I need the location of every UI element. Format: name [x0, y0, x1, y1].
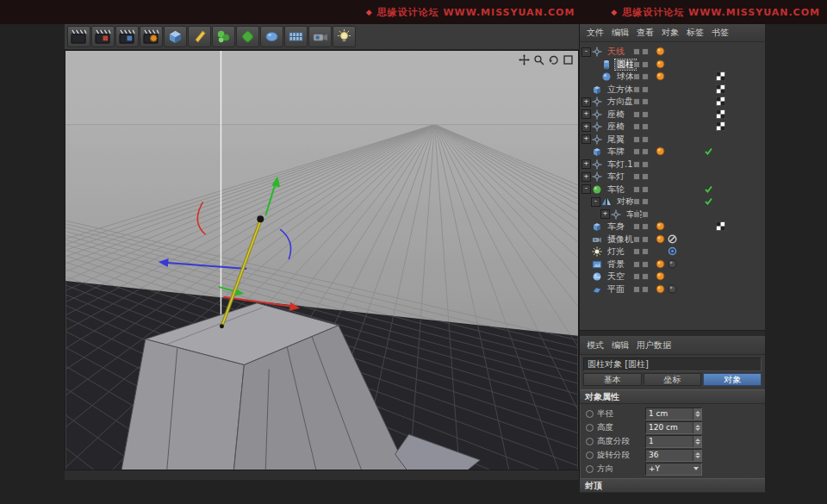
object-tree-empty-area[interactable]	[580, 299, 765, 330]
attribute-tab-2[interactable]: 对象	[703, 373, 762, 386]
keyframe-dot[interactable]	[586, 451, 594, 459]
object-label[interactable]: 平面	[606, 284, 626, 295]
checker-tag[interactable]	[716, 109, 725, 119]
pan-icon[interactable]	[518, 53, 530, 65]
object-label[interactable]: 立方体	[606, 84, 635, 95]
texture-tag[interactable]	[656, 72, 665, 81]
render-region-clapper-icon[interactable]	[115, 26, 139, 47]
visibility-dot[interactable]	[642, 86, 649, 93]
visibility-dot[interactable]	[642, 223, 649, 230]
checker-tag[interactable]	[716, 84, 725, 94]
visibility-dot[interactable]	[633, 161, 640, 168]
object-label[interactable]: 车灯.1	[606, 159, 635, 170]
visibility-dot[interactable]	[633, 48, 640, 55]
visibility-dot[interactable]	[642, 73, 649, 80]
visibility-dot[interactable]	[642, 248, 649, 255]
tree-row[interactable]: +座椅	[580, 121, 765, 134]
stepper-down-icon[interactable]	[695, 442, 700, 445]
environment-stone-icon[interactable]	[260, 26, 283, 47]
expander-minus[interactable]: -	[581, 47, 591, 57]
expander-plus[interactable]: +	[581, 159, 591, 169]
stepper-up-icon[interactable]	[695, 452, 700, 455]
object-label[interactable]: 方向盘	[606, 96, 635, 107]
check-tag[interactable]	[704, 184, 713, 194]
scene-light-icon[interactable]	[333, 26, 356, 47]
forbid-tag[interactable]	[668, 234, 677, 244]
tree-row[interactable]: +方向盘	[580, 96, 765, 109]
viewport-canvas[interactable]	[65, 51, 578, 470]
visibility-dot[interactable]	[642, 273, 649, 280]
om-menu-item-3[interactable]: 对象	[662, 27, 679, 39]
texture-tag[interactable]	[656, 284, 665, 294]
expander-plus[interactable]: +	[581, 97, 591, 107]
expander-plus[interactable]: +	[581, 134, 591, 144]
am-menu-item-0[interactable]: 模式	[587, 339, 604, 352]
section-caps[interactable]: 封顶	[580, 478, 765, 493]
scene-camera-icon[interactable]	[308, 26, 332, 47]
visibility-dot[interactable]	[633, 173, 640, 180]
sphere-dark-tag[interactable]	[668, 284, 677, 294]
checker-tag[interactable]	[716, 96, 725, 106]
om-menu-item-5[interactable]: 书签	[712, 27, 729, 39]
visibility-dot[interactable]	[642, 236, 649, 243]
visibility-dot[interactable]	[642, 286, 649, 293]
render-settings-clapper-icon[interactable]	[140, 26, 163, 47]
texture-tag[interactable]	[656, 47, 665, 56]
render-view-clapper-icon[interactable]	[67, 26, 90, 47]
tree-row[interactable]: -车轮	[580, 184, 765, 196]
texture-tag[interactable]	[656, 146, 665, 156]
generators-green-icon[interactable]	[212, 26, 235, 47]
stepper-down-icon[interactable]	[695, 456, 700, 458]
visibility-dot[interactable]	[642, 186, 649, 193]
texture-tag[interactable]	[656, 221, 665, 231]
keyframe-dot[interactable]	[586, 438, 594, 445]
expander-plus[interactable]: +	[581, 122, 591, 132]
am-menu-item-1[interactable]: 编辑	[612, 339, 629, 352]
stepper[interactable]	[693, 408, 701, 420]
number-input[interactable]: 1 cm	[645, 408, 702, 420]
visibility-dot[interactable]	[642, 136, 649, 143]
stepper-up-icon[interactable]	[695, 411, 700, 414]
visibility-dot[interactable]	[642, 148, 649, 155]
visibility-dot[interactable]	[633, 111, 640, 118]
om-menu-item-1[interactable]: 编辑	[612, 27, 629, 39]
visibility-dot[interactable]	[642, 261, 649, 268]
object-label[interactable]: 天空	[606, 271, 626, 282]
object-label[interactable]: 灯光	[606, 246, 626, 257]
zoom-icon[interactable]	[532, 53, 544, 65]
object-label[interactable]: 车牌	[606, 146, 626, 157]
tree-row[interactable]: 灯光	[580, 246, 765, 258]
tree-row[interactable]: -对称	[580, 196, 765, 208]
object-label[interactable]: 座椅	[606, 109, 626, 120]
expander-plus[interactable]: +	[581, 172, 591, 182]
visibility-dot[interactable]	[633, 273, 640, 280]
number-input[interactable]: 120 cm	[645, 421, 702, 434]
tree-row[interactable]: 摄像机	[580, 233, 765, 246]
tree-row[interactable]: 背景	[580, 258, 765, 271]
deformers-green-icon[interactable]	[236, 26, 259, 47]
tree-row[interactable]: -天线	[580, 46, 765, 59]
object-label[interactable]: 车身	[606, 221, 626, 232]
object-label[interactable]: 座椅	[606, 121, 626, 132]
visibility-dot[interactable]	[633, 211, 640, 218]
structure-grid-icon[interactable]	[284, 26, 308, 47]
object-label[interactable]: 车轮	[606, 184, 626, 195]
expander-plus[interactable]: +	[581, 109, 591, 119]
texture-tag[interactable]	[656, 234, 665, 244]
visibility-dot[interactable]	[633, 248, 640, 255]
tree-row[interactable]: +座椅	[580, 109, 765, 121]
stepper[interactable]	[693, 436, 701, 447]
visibility-dot[interactable]	[633, 286, 640, 293]
tree-row[interactable]: +车灯	[580, 171, 765, 184]
texture-tag[interactable]	[656, 59, 665, 69]
tree-row[interactable]: +尾翼	[580, 134, 765, 146]
tree-row[interactable]: +车轮	[580, 208, 765, 221]
checker-tag[interactable]	[716, 72, 725, 81]
visibility-dot[interactable]	[642, 161, 649, 168]
visibility-dot[interactable]	[633, 73, 640, 80]
visibility-dot[interactable]	[633, 61, 640, 68]
tree-row[interactable]: 天空	[580, 271, 765, 283]
visibility-dot[interactable]	[642, 211, 649, 218]
viewport[interactable]	[65, 50, 579, 470]
render-picture-clapper-icon[interactable]	[91, 26, 115, 47]
